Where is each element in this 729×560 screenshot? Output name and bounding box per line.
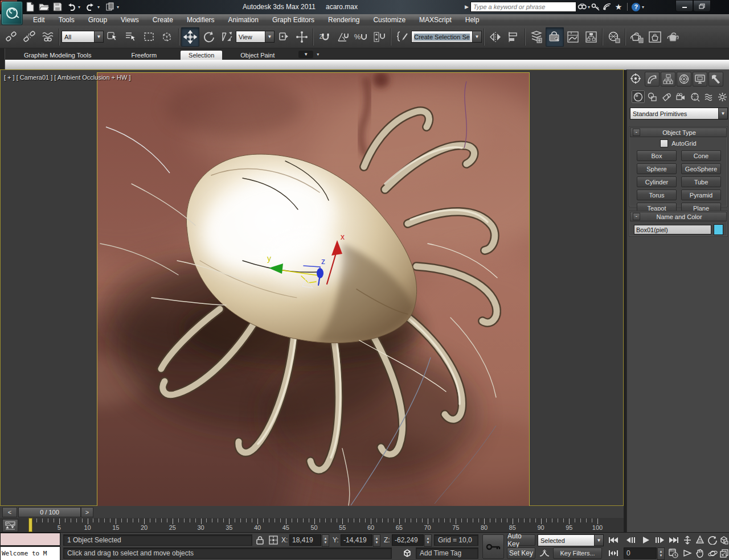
category-lights-button[interactable] <box>660 90 673 103</box>
object-color-swatch[interactable] <box>714 224 723 235</box>
ribbon-minimize-dropdown[interactable]: ▾ <box>317 52 319 57</box>
box-button[interactable]: Box <box>637 150 677 161</box>
project-dropdown[interactable]: ▾ <box>115 1 121 13</box>
perspective-button[interactable] <box>694 534 706 546</box>
manage-layers-button[interactable] <box>527 27 546 47</box>
open-file-button[interactable] <box>38 1 50 13</box>
mirror-button[interactable] <box>486 27 505 47</box>
search-input[interactable] <box>470 2 576 12</box>
menu-modifiers[interactable]: Modifiers <box>180 14 222 26</box>
menu-animation[interactable]: Animation <box>222 14 265 26</box>
menu-views[interactable]: Views <box>114 14 146 26</box>
viewport-scene[interactable]: x y z <box>97 73 529 506</box>
select-object-button[interactable] <box>104 27 122 47</box>
dropdown-arrow-icon[interactable]: ▼ <box>472 31 481 42</box>
subscription-key-icon[interactable] <box>590 2 601 12</box>
category-space-warps-button[interactable] <box>703 90 716 103</box>
material-editor-button[interactable] <box>605 27 623 47</box>
reference-coord-system-dropdown[interactable]: View▼ <box>236 31 275 43</box>
track-bar[interactable]: 0510152025303540455055606570758085909510… <box>0 518 624 533</box>
maxscript-mini-listener[interactable]: Welcome to M <box>0 546 60 560</box>
x-spinner[interactable]: ▲▼ <box>322 534 329 547</box>
cone-button[interactable]: Cone <box>681 150 721 161</box>
schematic-view-button[interactable] <box>582 27 600 47</box>
truck-camera-button[interactable] <box>694 547 706 559</box>
menu-tools[interactable]: Tools <box>52 14 81 26</box>
field-of-view-button[interactable] <box>682 547 693 559</box>
dolly-camera-button[interactable] <box>682 534 693 546</box>
cylinder-button[interactable]: Cylinder <box>637 176 677 187</box>
selection-lock-toggle[interactable] <box>255 534 265 546</box>
redo-button[interactable] <box>84 1 97 13</box>
maxscript-listener-macro-pane[interactable] <box>0 533 60 546</box>
tab-create[interactable] <box>629 72 642 85</box>
dropdown-arrow-icon[interactable]: ▼ <box>594 535 603 546</box>
tab-freeform[interactable]: Freeform <box>123 51 165 60</box>
category-systems-button[interactable] <box>716 90 729 103</box>
named-selection-sets-dropdown[interactable]: Create Selection Se▼ <box>411 31 482 43</box>
menu-graph-editors[interactable]: Graph Editors <box>265 14 321 26</box>
redo-dropdown[interactable]: ▾ <box>96 1 101 13</box>
undo-button[interactable] <box>65 1 77 13</box>
set-key-button[interactable]: Set Key <box>507 547 535 559</box>
menu-group[interactable]: Group <box>81 14 114 26</box>
selection-filter-dropdown[interactable]: All▼ <box>62 31 104 43</box>
gizmo-z-handle[interactable] <box>317 268 323 278</box>
minimize-button[interactable] <box>675 0 693 12</box>
absolute-offset-mode-toggle[interactable] <box>268 534 279 546</box>
rectangular-selection-region-button[interactable] <box>140 27 158 47</box>
sphere-button[interactable]: Sphere <box>637 163 677 174</box>
spinner-snap-toggle-button[interactable] <box>370 27 388 47</box>
current-frame-marker[interactable] <box>28 518 32 532</box>
application-menu-button[interactable] <box>1 1 23 25</box>
communication-center-icon[interactable] <box>601 2 613 12</box>
undo-dropdown[interactable]: ▾ <box>76 1 82 13</box>
name-color-rollout-header[interactable]: - Name and Color <box>630 212 727 221</box>
previous-frame-button[interactable] <box>623 534 638 546</box>
ribbon-drag-handle[interactable] <box>0 48 5 69</box>
z-coordinate-field[interactable]: -62,249 <box>392 534 424 546</box>
go-to-start-button[interactable] <box>606 534 621 546</box>
select-and-link-button[interactable] <box>2 27 21 47</box>
mini-curve-editor-button[interactable] <box>2 519 18 532</box>
project-folder-button[interactable] <box>104 1 116 13</box>
snaps-toggle-button[interactable]: 2 <box>316 27 334 47</box>
category-geometry-button[interactable] <box>632 90 645 103</box>
pyramid-button[interactable]: Pyramid <box>681 190 721 200</box>
y-spinner[interactable]: ▲▼ <box>373 534 380 547</box>
tab-selection[interactable]: Selection <box>181 51 222 60</box>
select-and-move-button[interactable] <box>181 27 199 47</box>
trackbar-ruler[interactable]: 0510152025303540455055606570758085909510… <box>0 518 624 532</box>
dropdown-arrow-icon[interactable]: ▼ <box>94 31 103 42</box>
maximize-viewport-toggle[interactable] <box>719 547 729 559</box>
key-filters-button[interactable]: Key Filters... <box>553 547 602 559</box>
category-cameras-button[interactable] <box>674 90 687 103</box>
collapse-icon[interactable]: - <box>633 213 640 220</box>
autogrid-checkbox[interactable] <box>660 139 668 147</box>
select-and-rotate-button[interactable] <box>199 27 218 47</box>
restore-button[interactable] <box>693 0 711 12</box>
use-pivot-point-center-button[interactable] <box>275 27 293 47</box>
menu-maxscript[interactable]: MAXScript <box>412 14 458 26</box>
menu-customize[interactable]: Customize <box>366 14 412 26</box>
bind-to-space-warp-button[interactable] <box>39 27 57 47</box>
ribbon-minimize-button[interactable]: ▼ <box>298 51 313 58</box>
default-in-out-tangents-button[interactable] <box>538 547 551 559</box>
category-shapes-button[interactable] <box>646 90 659 103</box>
dropdown-arrow-icon[interactable]: ▼ <box>718 108 727 119</box>
auto-key-button[interactable]: Auto Key <box>507 534 535 546</box>
set-keys-button[interactable] <box>482 534 504 559</box>
help-icon[interactable]: ? <box>630 2 642 12</box>
orbit-camera-button[interactable] <box>707 547 718 559</box>
z-spinner[interactable]: ▲▼ <box>424 534 432 547</box>
play-animation-button[interactable] <box>640 534 652 546</box>
percent-snap-toggle-button[interactable]: % <box>352 27 370 47</box>
previous-frame-slider-button[interactable]: < <box>2 507 17 517</box>
go-to-end-button[interactable] <box>666 534 681 546</box>
roll-camera-button[interactable] <box>707 534 718 546</box>
angle-snap-toggle-button[interactable] <box>334 27 352 47</box>
render-setup-button[interactable] <box>628 27 646 47</box>
tab-graphite-modeling-tools[interactable]: Graphite Modeling Tools <box>16 51 99 60</box>
tube-button[interactable]: Tube <box>681 176 721 187</box>
infocenter-expand-icon[interactable]: ▶ <box>465 4 469 10</box>
